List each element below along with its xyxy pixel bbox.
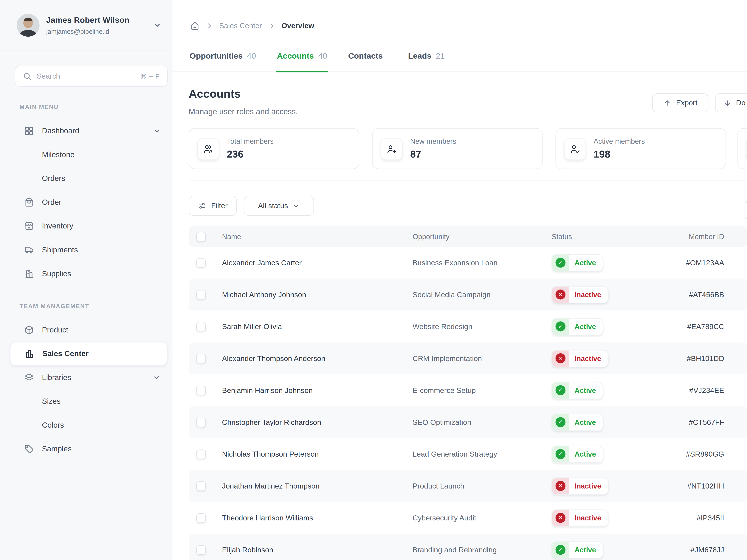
row-checkbox[interactable] [196,322,206,331]
page-subtitle: Manage user roles and access. [189,107,298,116]
download-label: Do [736,99,746,107]
row-checkbox[interactable] [196,513,206,523]
filter-button[interactable]: Filter [189,196,237,216]
cell-name: Alexander James Carter [222,258,413,267]
table-row[interactable]: Christopher Taylor Richardson SEO Optimi… [189,406,747,438]
cell-name: Sarah Miller Olivia [222,322,413,331]
row-checkbox[interactable] [196,258,206,267]
sidebar-item-label: Shipments [42,246,78,254]
tab-bar: Opportunities 40 Accounts 40 Contacts Le… [172,47,747,72]
check-circle-icon: ✓ [556,258,565,268]
sidebar-item-shipments[interactable]: Shipments [10,238,167,262]
cell-member-id: #EA789CC [665,322,724,331]
table-row[interactable]: Michael Anthony Johnson Social Media Cam… [189,278,747,311]
download-button[interactable]: Do [715,93,747,112]
row-checkbox[interactable] [196,385,206,395]
sidebar-item-label: Colors [42,421,64,429]
table-header: Name Opportunity Status Member ID [189,226,747,247]
cell-member-id: #SR890GG [665,450,724,458]
sidebar-item-product[interactable]: Product [10,318,167,342]
export-button[interactable]: Export [652,93,709,112]
table-row[interactable]: Elijah Robinson Branding and Rebranding … [189,534,747,560]
table-row[interactable]: Nicholas Thompson Peterson Lead Generati… [189,438,747,470]
stat-card-active-members: Active members 198 [556,128,726,169]
sidebar-item-sales-center[interactable]: Sales Center [10,342,167,366]
truck-icon [24,245,35,255]
arrow-down-icon [723,99,731,107]
status-filter-dropdown[interactable]: All status [244,196,314,216]
row-checkbox[interactable] [196,449,206,459]
row-checkbox[interactable] [196,545,206,555]
box-icon [24,325,35,335]
status-badge: ✓ Active [552,318,603,335]
cell-name: Jonathan Martinez Thompson [222,482,413,490]
table-row[interactable]: Sarah Miller Olivia Website Redesign ✓ A… [189,311,747,342]
breadcrumb: Sales Center Overview [190,21,314,30]
breadcrumb-sales-center[interactable]: Sales Center [219,22,262,30]
section-label-team-management: TEAM MANAGEMENT [20,303,172,310]
cell-opportunity: Cybersecurity Audit [413,513,552,522]
users-icon [197,138,219,160]
chevron-down-icon[interactable] [153,374,161,381]
row-checkbox[interactable] [196,481,206,491]
breadcrumb-overview: Overview [281,22,314,30]
sidebar-item-inventory[interactable]: Inventory [10,214,167,238]
sidebar-item-label: Samples [42,445,72,453]
row-checkbox[interactable] [196,418,206,427]
sidebar: James Robert Wilson jamjames@pipeline.id… [0,0,172,560]
sidebar-item-orders[interactable]: Orders [10,167,167,191]
chevron-down-icon[interactable] [153,21,161,29]
shopping-bag-icon [24,198,35,207]
filter-label: Filter [211,202,228,210]
select-all-checkbox[interactable] [196,232,206,241]
user-name: James Robert Wilson [46,16,151,25]
row-checkbox[interactable] [196,353,206,363]
user-profile[interactable]: James Robert Wilson jamjames@pipeline.id [0,0,172,50]
sidebar-item-supplies[interactable]: Supplies [10,262,167,286]
sidebar-item-label: Sizes [42,397,60,406]
status-icon-wrap: ✕ [552,286,569,302]
table-row[interactable]: Benjamin Harrison Johnson E-commerce Set… [189,374,747,406]
status-label: Inactive [569,482,608,490]
cell-member-id: #VJ234EE [665,386,724,395]
table-row[interactable]: Alexander Thompson Anderson CRM Implemen… [189,342,747,374]
status-label: Inactive [569,290,608,298]
home-icon[interactable] [190,21,200,30]
cell-opportunity: Product Launch [413,482,552,490]
tab-contacts[interactable]: Contacts [347,47,388,72]
cut-off-button[interactable] [745,200,747,220]
sliders-icon [198,202,206,210]
sidebar-item-libraries[interactable]: Libraries [10,366,167,390]
tab-accounts[interactable]: Accounts 40 [276,47,328,72]
sidebar-item-label: Dashboard [42,127,79,135]
stat-card-total-members: Total members 236 [189,128,359,169]
tab-leads[interactable]: Leads 21 [407,47,446,72]
search-input[interactable] [36,72,140,80]
sidebar-item-colors[interactable]: Colors [10,413,167,437]
x-circle-icon: ✕ [556,481,565,491]
cell-opportunity: Social Media Campaign [413,290,552,299]
chevron-down-icon[interactable] [153,127,161,135]
cell-name: Nicholas Thompson Peterson [222,450,413,458]
check-circle-icon: ✓ [556,449,565,459]
table-row[interactable]: Alexander James Carter Business Expansio… [189,247,747,278]
row-checkbox[interactable] [196,290,206,299]
status-icon-wrap: ✕ [552,350,569,367]
search-box[interactable]: ⌘ + F [15,66,168,87]
table-row[interactable]: Jonathan Martinez Thompson Product Launc… [189,470,747,502]
status-icon-wrap: ✓ [552,255,569,271]
sidebar-item-samples[interactable]: Samples [10,437,167,461]
tab-opportunities[interactable]: Opportunities 40 [189,47,257,72]
table-row[interactable]: Theodore Harrison Williams Cybersecurity… [189,502,747,534]
sidebar-item-milestone[interactable]: Milestone [10,143,167,167]
chevron-down-icon [293,202,300,209]
sidebar-item-order[interactable]: Order [10,190,167,214]
cell-member-id: #IP345II [665,513,724,522]
main-content: Sales Center Overview Opportunities 40 A… [172,0,747,560]
sidebar-item-dashboard[interactable]: Dashboard [10,119,167,143]
cell-name: Theodore Harrison Williams [222,513,413,522]
chevron-right-icon [206,22,213,29]
sidebar-item-sizes[interactable]: Sizes [10,390,167,414]
status-filter-label: All status [258,202,288,210]
column-header-status: Status [552,232,665,240]
